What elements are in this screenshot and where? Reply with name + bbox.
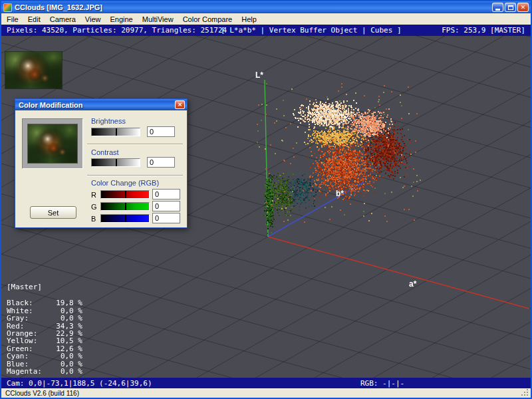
contrast-slider-handle[interactable]	[116, 159, 117, 166]
stat-row-gray: Gray:0,0 %	[7, 315, 84, 322]
axis-label-l: L*	[255, 70, 263, 80]
dialog-title: Color Modification	[19, 101, 83, 109]
red-channel-label: R	[91, 191, 96, 199]
menu-view[interactable]: View	[80, 14, 106, 25]
status-fps: FPS: 253,9 [MASTER]	[442, 26, 525, 35]
brightness-label: Brightness	[91, 117, 126, 125]
red-input[interactable]	[152, 189, 180, 200]
status-camera: Cam: 0,0|-73,1|188,5 (-24,6|39,6)	[7, 379, 152, 388]
contrast-input[interactable]	[147, 157, 175, 168]
app-window: CClouds [IMG_1632.JPG] ✕ File Edit Camer…	[0, 0, 532, 399]
green-channel-label: G	[91, 203, 97, 211]
window-title: CClouds [IMG_1632.JPG]	[15, 3, 489, 11]
stat-row-magenta: Magenta:0,0 %	[7, 368, 84, 375]
dialog-body: Set Brightness Contrast Color Change (RG…	[15, 110, 187, 227]
resize-grip-icon[interactable]	[521, 388, 530, 397]
menubar: File Edit Camera View Engine MultiView C…	[1, 13, 531, 25]
axis-label-a: a*	[409, 279, 416, 289]
preview-image-well	[22, 118, 83, 169]
menu-color-compare[interactable]: Color Compare	[178, 14, 237, 25]
set-button[interactable]: Set	[30, 206, 76, 219]
status-render-mode: [ L*a*b* | Vertex Buffer Object | Cubes …	[221, 26, 402, 35]
status-counts: Pixels: 43520, Particles: 20977, Triangl…	[7, 26, 227, 35]
separator	[87, 144, 183, 145]
green-input[interactable]	[152, 201, 180, 211]
contrast-label: Contrast	[91, 148, 119, 156]
red-slider-handle[interactable]	[125, 191, 126, 198]
bottom-status-bar: Cam: 0,0|-73,1|188,5 (-24,6|39,6) RGB: -…	[1, 378, 531, 388]
menu-engine[interactable]: Engine	[105, 14, 137, 25]
color-modification-dialog: Color Modification ✕ Set Brightness Cont…	[15, 98, 188, 228]
green-slider-handle[interactable]	[125, 203, 126, 210]
menu-camera[interactable]: Camera	[45, 14, 80, 25]
menu-file[interactable]: File	[2, 14, 23, 25]
contrast-slider[interactable]	[91, 158, 140, 167]
red-slider[interactable]	[100, 190, 150, 199]
blue-slider[interactable]	[100, 214, 150, 223]
dialog-titlebar[interactable]: Color Modification ✕	[15, 99, 187, 110]
menu-help[interactable]: Help	[237, 14, 261, 25]
dialog-close-button[interactable]: ✕	[175, 100, 185, 109]
minimize-button[interactable]	[492, 3, 503, 12]
separator	[87, 175, 183, 176]
maximize-button[interactable]	[505, 3, 516, 12]
green-slider[interactable]	[100, 202, 150, 211]
viewport-3d[interactable]: L* b* a* [Master] Black:19,8 % White:0,0…	[1, 36, 531, 378]
window-buttons: ✕	[492, 3, 529, 12]
source-image-thumbnail[interactable]	[5, 52, 62, 88]
blue-slider-handle[interactable]	[125, 215, 126, 222]
stats-header: [Master]	[7, 283, 84, 291]
version-bar: CClouds V2.6 (build 116)	[1, 388, 531, 398]
top-status-bar: Pixels: 43520, Particles: 20977, Triangl…	[1, 25, 531, 36]
minimize-icon	[495, 9, 500, 11]
status-rgb: RGB: -|-|-	[360, 379, 404, 388]
brightness-input[interactable]	[147, 126, 175, 137]
menu-multiview[interactable]: MultiView	[138, 14, 178, 25]
close-button[interactable]: ✕	[517, 3, 529, 12]
axis-label-b: b*	[336, 189, 344, 198]
menu-edit[interactable]: Edit	[23, 14, 45, 25]
stat-row-cyan: Cyan:0,0 %	[7, 352, 84, 360]
app-icon	[3, 3, 12, 12]
color-stats-overlay: [Master] Black:19,8 % White:0,0 % Gray:0…	[7, 283, 84, 375]
blue-channel-label: B	[91, 215, 96, 223]
maximize-icon	[508, 5, 513, 10]
rgb-group-label: Color Change (RGB)	[91, 179, 159, 187]
preview-image	[27, 124, 78, 164]
brightness-slider-handle[interactable]	[116, 128, 117, 136]
titlebar[interactable]: CClouds [IMG_1632.JPG] ✕	[1, 1, 531, 13]
version-text: CClouds V2.6 (build 116)	[5, 390, 79, 397]
blue-input[interactable]	[152, 213, 180, 223]
brightness-slider[interactable]	[91, 128, 140, 136]
